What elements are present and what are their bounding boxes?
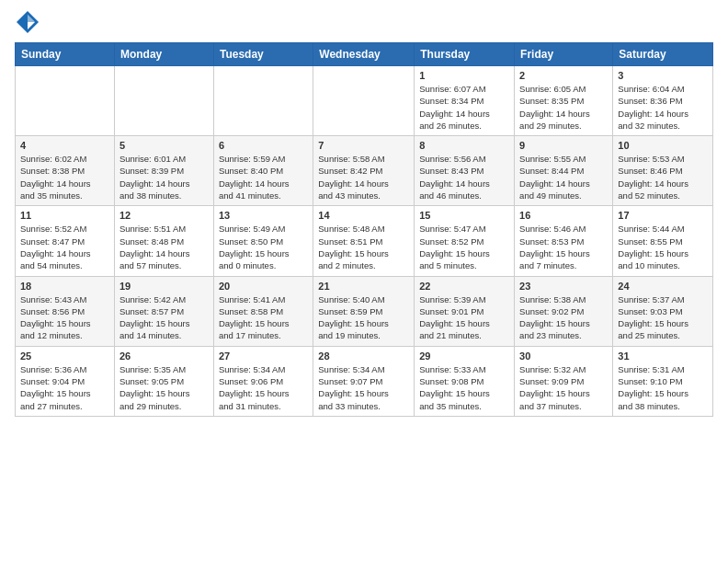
day-info: Sunrise: 5:39 AM Sunset: 9:01 PM Dayligh… (419, 293, 509, 342)
day-number: 10 (618, 140, 708, 151)
day-info: Sunrise: 5:43 AM Sunset: 8:56 PM Dayligh… (20, 293, 109, 342)
day-number: 26 (119, 350, 209, 362)
day-info: Sunrise: 5:52 AM Sunset: 8:47 PM Dayligh… (20, 223, 109, 271)
day-number: 4 (20, 140, 109, 151)
calendar-week-2: 4Sunrise: 6:02 AM Sunset: 8:38 PM Daylig… (16, 136, 713, 206)
day-number: 28 (318, 350, 409, 362)
day-number: 23 (519, 281, 608, 292)
calendar-week-5: 25Sunrise: 5:36 AM Sunset: 9:04 PM Dayli… (16, 346, 713, 416)
day-number: 16 (519, 210, 608, 221)
calendar-cell: 12Sunrise: 5:51 AM Sunset: 8:48 PM Dayli… (114, 206, 213, 276)
day-number: 17 (618, 210, 708, 221)
calendar-cell: 31Sunrise: 5:31 AM Sunset: 9:10 PM Dayli… (613, 346, 713, 416)
calendar-cell: 16Sunrise: 5:46 AM Sunset: 8:53 PM Dayli… (515, 206, 613, 276)
day-info: Sunrise: 5:38 AM Sunset: 9:02 PM Dayligh… (519, 293, 608, 342)
calendar-cell: 24Sunrise: 5:37 AM Sunset: 9:03 PM Dayli… (613, 276, 713, 346)
day-number: 21 (318, 281, 409, 292)
logo-icon (15, 9, 40, 35)
day-number: 20 (219, 281, 308, 292)
day-info: Sunrise: 5:34 AM Sunset: 9:07 PM Dayligh… (318, 363, 409, 412)
calendar-cell: 9Sunrise: 5:55 AM Sunset: 8:44 PM Daylig… (515, 136, 613, 206)
calendar-cell (213, 66, 313, 136)
day-info: Sunrise: 6:07 AM Sunset: 8:34 PM Dayligh… (419, 83, 509, 132)
day-info: Sunrise: 5:42 AM Sunset: 8:57 PM Dayligh… (119, 293, 209, 342)
day-info: Sunrise: 5:34 AM Sunset: 9:06 PM Dayligh… (219, 363, 308, 412)
day-info: Sunrise: 5:36 AM Sunset: 9:04 PM Dayligh… (20, 363, 109, 412)
calendar-cell (114, 66, 213, 136)
day-number: 8 (419, 140, 509, 151)
day-number: 18 (20, 281, 109, 292)
calendar-cell: 17Sunrise: 5:44 AM Sunset: 8:55 PM Dayli… (613, 206, 713, 276)
header (15, 9, 713, 35)
calendar-cell: 30Sunrise: 5:32 AM Sunset: 9:09 PM Dayli… (515, 346, 613, 416)
day-info: Sunrise: 5:32 AM Sunset: 9:09 PM Dayligh… (519, 363, 608, 412)
calendar-cell: 11Sunrise: 5:52 AM Sunset: 8:47 PM Dayli… (16, 206, 115, 276)
calendar-week-3: 11Sunrise: 5:52 AM Sunset: 8:47 PM Dayli… (16, 206, 713, 276)
day-info: Sunrise: 6:02 AM Sunset: 8:38 PM Dayligh… (20, 153, 109, 201)
header-cell-wednesday: Wednesday (313, 43, 415, 66)
day-number: 11 (20, 210, 109, 221)
day-info: Sunrise: 5:37 AM Sunset: 9:03 PM Dayligh… (618, 293, 708, 342)
calendar-cell: 1Sunrise: 6:07 AM Sunset: 8:34 PM Daylig… (415, 66, 515, 136)
calendar-cell: 27Sunrise: 5:34 AM Sunset: 9:06 PM Dayli… (213, 346, 313, 416)
day-info: Sunrise: 5:33 AM Sunset: 9:08 PM Dayligh… (419, 363, 509, 412)
day-number: 3 (618, 70, 708, 81)
day-number: 9 (519, 140, 608, 151)
day-number: 2 (519, 70, 608, 81)
day-info: Sunrise: 5:31 AM Sunset: 9:10 PM Dayligh… (618, 363, 708, 412)
day-number: 1 (419, 70, 509, 81)
calendar-cell: 21Sunrise: 5:40 AM Sunset: 8:59 PM Dayli… (313, 276, 415, 346)
day-number: 19 (119, 281, 209, 292)
day-info: Sunrise: 5:51 AM Sunset: 8:48 PM Dayligh… (119, 223, 209, 271)
day-info: Sunrise: 5:40 AM Sunset: 8:59 PM Dayligh… (318, 293, 409, 342)
calendar-cell: 8Sunrise: 5:56 AM Sunset: 8:43 PM Daylig… (415, 136, 515, 206)
day-info: Sunrise: 5:41 AM Sunset: 8:58 PM Dayligh… (219, 293, 308, 342)
day-number: 5 (119, 140, 209, 151)
day-info: Sunrise: 5:48 AM Sunset: 8:51 PM Dayligh… (318, 223, 409, 271)
day-info: Sunrise: 6:04 AM Sunset: 8:36 PM Dayligh… (618, 83, 708, 132)
calendar-cell: 10Sunrise: 5:53 AM Sunset: 8:46 PM Dayli… (613, 136, 713, 206)
calendar-cell: 23Sunrise: 5:38 AM Sunset: 9:02 PM Dayli… (515, 276, 613, 346)
day-number: 12 (119, 210, 209, 221)
calendar-cell: 18Sunrise: 5:43 AM Sunset: 8:56 PM Dayli… (16, 276, 115, 346)
calendar-cell: 13Sunrise: 5:49 AM Sunset: 8:50 PM Dayli… (213, 206, 313, 276)
day-info: Sunrise: 5:47 AM Sunset: 8:52 PM Dayligh… (419, 223, 509, 271)
day-info: Sunrise: 5:44 AM Sunset: 8:55 PM Dayligh… (618, 223, 708, 271)
calendar-cell: 3Sunrise: 6:04 AM Sunset: 8:36 PM Daylig… (613, 66, 713, 136)
day-info: Sunrise: 5:53 AM Sunset: 8:46 PM Dayligh… (618, 153, 708, 201)
page: SundayMondayTuesdayWednesdayThursdayFrid… (0, 0, 728, 431)
calendar-cell: 25Sunrise: 5:36 AM Sunset: 9:04 PM Dayli… (16, 346, 115, 416)
calendar-week-1: 1Sunrise: 6:07 AM Sunset: 8:34 PM Daylig… (16, 66, 713, 136)
day-info: Sunrise: 5:49 AM Sunset: 8:50 PM Dayligh… (219, 223, 308, 271)
day-number: 15 (419, 210, 509, 221)
calendar-table: SundayMondayTuesdayWednesdayThursdayFrid… (15, 42, 713, 417)
header-cell-tuesday: Tuesday (213, 43, 313, 66)
day-number: 25 (20, 350, 109, 362)
calendar-cell: 5Sunrise: 6:01 AM Sunset: 8:39 PM Daylig… (114, 136, 213, 206)
day-info: Sunrise: 5:59 AM Sunset: 8:40 PM Dayligh… (219, 153, 308, 201)
day-info: Sunrise: 6:05 AM Sunset: 8:35 PM Dayligh… (519, 83, 608, 132)
header-cell-sunday: Sunday (16, 43, 115, 66)
day-info: Sunrise: 5:55 AM Sunset: 8:44 PM Dayligh… (519, 153, 608, 201)
day-info: Sunrise: 5:46 AM Sunset: 8:53 PM Dayligh… (519, 223, 608, 271)
calendar-cell: 28Sunrise: 5:34 AM Sunset: 9:07 PM Dayli… (313, 346, 415, 416)
day-number: 24 (618, 281, 708, 292)
day-info: Sunrise: 5:58 AM Sunset: 8:42 PM Dayligh… (318, 153, 409, 201)
header-cell-monday: Monday (114, 43, 213, 66)
header-cell-friday: Friday (515, 43, 613, 66)
calendar-cell: 4Sunrise: 6:02 AM Sunset: 8:38 PM Daylig… (16, 136, 115, 206)
day-number: 6 (219, 140, 308, 151)
calendar-cell: 6Sunrise: 5:59 AM Sunset: 8:40 PM Daylig… (213, 136, 313, 206)
day-info: Sunrise: 6:01 AM Sunset: 8:39 PM Dayligh… (119, 153, 209, 201)
day-number: 13 (219, 210, 308, 221)
day-number: 22 (419, 281, 509, 292)
day-info: Sunrise: 5:56 AM Sunset: 8:43 PM Dayligh… (419, 153, 509, 201)
calendar-cell: 29Sunrise: 5:33 AM Sunset: 9:08 PM Dayli… (415, 346, 515, 416)
day-number: 31 (618, 350, 708, 362)
day-info: Sunrise: 5:35 AM Sunset: 9:05 PM Dayligh… (119, 363, 209, 412)
calendar-cell (313, 66, 415, 136)
day-number: 30 (519, 350, 608, 362)
calendar-cell: 15Sunrise: 5:47 AM Sunset: 8:52 PM Dayli… (415, 206, 515, 276)
header-cell-saturday: Saturday (613, 43, 713, 66)
calendar-week-4: 18Sunrise: 5:43 AM Sunset: 8:56 PM Dayli… (16, 276, 713, 346)
